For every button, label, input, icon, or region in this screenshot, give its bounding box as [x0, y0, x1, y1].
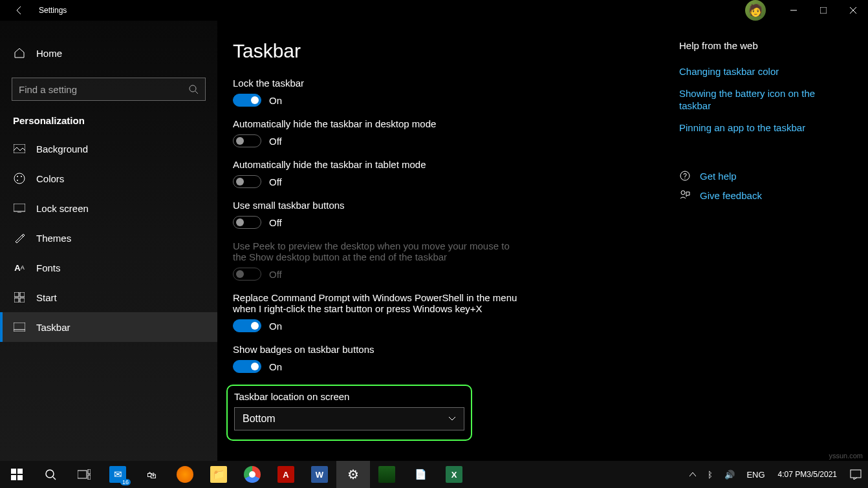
- unknown-app[interactable]: [370, 461, 404, 488]
- toggle-state: On: [269, 361, 282, 372]
- acrobat-app[interactable]: A: [269, 461, 303, 488]
- setting-label: Taskbar location on screen: [234, 391, 464, 402]
- search-button[interactable]: [34, 461, 67, 488]
- svg-rect-24: [11, 475, 16, 480]
- help-link[interactable]: Pinning an app to the taskbar: [679, 122, 847, 134]
- svg-point-7: [14, 173, 25, 184]
- toggle-autohide-tablet[interactable]: [233, 175, 261, 188]
- svg-point-4: [190, 85, 196, 92]
- nav-start[interactable]: Start: [0, 282, 217, 312]
- toggle-badges[interactable]: [233, 360, 261, 373]
- home-icon: [13, 47, 26, 59]
- svg-point-8: [17, 176, 18, 177]
- toggle-small-buttons[interactable]: [233, 216, 261, 229]
- toggle-state: Off: [269, 136, 282, 147]
- nav-label: Taskbar: [36, 322, 71, 333]
- svg-rect-28: [78, 471, 87, 478]
- notifications-icon[interactable]: [847, 461, 864, 488]
- chrome-app[interactable]: [235, 461, 269, 488]
- help-title: Help from the web: [679, 40, 847, 51]
- dropdown-value: Bottom: [243, 413, 276, 425]
- help-link[interactable]: Changing taskbar color: [679, 65, 847, 78]
- toggle-peek: [233, 268, 261, 281]
- bluetooth-icon[interactable]: ᛒ: [705, 461, 715, 488]
- setting-label: Replace Command Prompt with Windows Powe…: [233, 292, 517, 314]
- settings-panel: Taskbar Lock the taskbar On Automaticall…: [233, 40, 679, 488]
- settings-app[interactable]: ⚙: [336, 461, 370, 488]
- feedback-icon: [679, 189, 691, 201]
- help-label: Get help: [700, 171, 737, 182]
- toggle-lock-taskbar[interactable]: [233, 94, 261, 107]
- svg-rect-31: [851, 470, 861, 478]
- mail-badge: 16: [120, 479, 131, 485]
- nav-label: Themes: [36, 233, 71, 244]
- nav-lockscreen[interactable]: Lock screen: [0, 193, 217, 223]
- close-button[interactable]: [838, 0, 868, 21]
- home-label: Home: [36, 48, 62, 59]
- nav-fonts[interactable]: AA Fonts: [0, 253, 217, 282]
- nav-taskbar[interactable]: Taskbar: [0, 312, 217, 342]
- misc-app[interactable]: 📄: [404, 461, 437, 488]
- nav-label: Colors: [36, 173, 64, 184]
- search-box[interactable]: [12, 78, 206, 101]
- toggle-autohide-desktop[interactable]: [233, 134, 261, 147]
- toggle-powershell[interactable]: [233, 319, 261, 332]
- svg-rect-13: [14, 292, 19, 297]
- minimize-button[interactable]: [779, 0, 808, 21]
- volume-icon[interactable]: 🔊: [722, 461, 737, 488]
- excel-app[interactable]: X: [437, 461, 471, 488]
- toggle-state: On: [269, 321, 282, 332]
- language-indicator[interactable]: ENG: [744, 461, 767, 488]
- nav-background[interactable]: Background: [0, 134, 217, 164]
- setting-label: Automatically hide the taskbar in tablet…: [233, 159, 679, 170]
- back-button[interactable]: [13, 4, 26, 17]
- svg-rect-30: [88, 475, 91, 480]
- user-avatar[interactable]: 🧑: [745, 0, 766, 21]
- nav-themes[interactable]: Themes: [0, 223, 217, 253]
- toggle-state: On: [269, 95, 282, 106]
- setting-autohide-tablet: Automatically hide the taskbar in tablet…: [233, 159, 679, 188]
- highlight-annotation: Taskbar location on screen Bottom: [226, 385, 472, 441]
- taskview-button[interactable]: [67, 461, 101, 488]
- nav-colors[interactable]: Colors: [0, 164, 217, 193]
- svg-point-10: [17, 180, 18, 181]
- maximize-button[interactable]: [808, 0, 838, 21]
- watermark: yssun.com: [829, 452, 863, 460]
- explorer-app[interactable]: 📁: [202, 461, 235, 488]
- start-icon: [13, 291, 26, 304]
- setting-lock-taskbar: Lock the taskbar On: [233, 78, 679, 107]
- store-app[interactable]: 🛍: [135, 461, 168, 488]
- get-help-link[interactable]: ? Get help: [679, 170, 847, 182]
- svg-text:?: ?: [683, 173, 687, 180]
- svg-rect-25: [17, 475, 23, 480]
- svg-point-21: [681, 191, 685, 195]
- tray-expand[interactable]: [687, 461, 699, 488]
- svg-rect-15: [14, 298, 19, 302]
- svg-rect-23: [17, 469, 23, 474]
- nav-label: Lock screen: [36, 203, 89, 214]
- help-link[interactable]: Showing the battery icon on the taskbar: [679, 87, 847, 112]
- mail-app[interactable]: ✉16: [101, 461, 135, 488]
- help-icon: ?: [679, 170, 691, 182]
- clock[interactable]: 4:07 PM 3/5/2021: [774, 461, 841, 488]
- give-feedback-link[interactable]: Give feedback: [679, 189, 847, 201]
- nav-label: Start: [36, 292, 57, 303]
- search-input[interactable]: [19, 84, 188, 95]
- word-app[interactable]: W: [303, 461, 336, 488]
- setting-label: Lock the taskbar: [233, 78, 679, 89]
- setting-label: Use small taskbar buttons: [233, 200, 679, 211]
- page-title: Taskbar: [233, 40, 679, 62]
- home-nav[interactable]: Home: [0, 40, 217, 66]
- image-icon: [13, 142, 26, 155]
- setting-powershell: Replace Command Prompt with Windows Powe…: [233, 292, 679, 332]
- window-title: Settings: [39, 6, 67, 15]
- start-button[interactable]: [0, 461, 34, 488]
- nav-label: Background: [36, 143, 88, 154]
- svg-line-5: [195, 91, 198, 94]
- setting-label: Use Peek to preview the desktop when you…: [233, 240, 524, 262]
- dropdown-taskbar-location[interactable]: Bottom: [234, 407, 464, 430]
- fonts-icon: AA: [13, 261, 26, 274]
- time: 4:07 PM: [778, 470, 807, 479]
- sidebar: Home Personalization Background Colors L…: [0, 21, 217, 488]
- firefox-app[interactable]: [168, 461, 202, 488]
